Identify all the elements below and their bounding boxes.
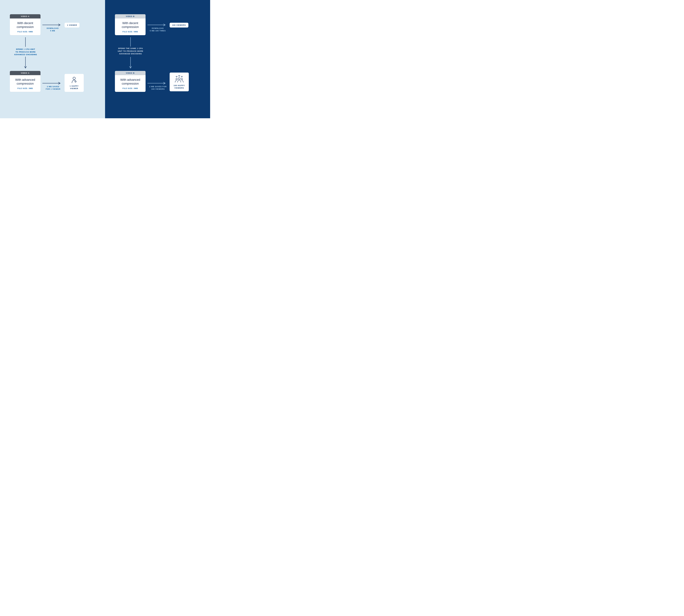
viewer-pill: 100 VIEWERS <box>169 23 188 27</box>
saved-label: 2 MB SAVEDFOR 1 VIEWER <box>44 85 63 90</box>
arrow-right-icon <box>42 82 62 85</box>
card-header: VIDEO B <box>115 14 145 19</box>
download-label: DOWNLOAD5 MB <box>45 27 60 32</box>
video-b-advanced-card: VIDEO B With advanced compression FILE S… <box>115 71 145 92</box>
download-label: DOWNLOAD5 MB 100 TIMES <box>147 27 168 32</box>
arrow-right-icon <box>42 24 62 26</box>
card-header: VIDEO A <box>10 71 41 75</box>
card-header: VIDEO B <box>115 71 145 75</box>
video-a-decent-card: VIDEO A With decent compression FILE SIZ… <box>10 14 41 35</box>
card-title: With advanced compression <box>13 78 38 85</box>
video-b-decent-card: VIDEO B With decent compression FILE SIZ… <box>115 14 145 35</box>
card-filesize: FILE SIZE: 5MB <box>118 31 142 33</box>
card-filesize: FILE SIZE: 3MB <box>13 87 38 89</box>
card-filesize: FILE SIZE: 5MB <box>13 31 38 33</box>
svg-point-9 <box>181 79 183 80</box>
left-panel: VIDEO A With decent compression FILE SIZ… <box>0 0 105 118</box>
card-header: VIDEO A <box>10 14 41 19</box>
happy-viewers-card: 100 HAPPYVIEWERS <box>169 72 189 91</box>
happy-viewer-card: 1 HAPPYVIEWER <box>65 74 84 92</box>
cpu-label: SPEND THE SAME 1 CPUUNIT TO PRODUCE MORE… <box>117 47 144 55</box>
happy-viewers-label: 100 HAPPYVIEWERS <box>174 85 185 89</box>
svg-point-7 <box>178 78 180 80</box>
card-title: With advanced compression <box>118 78 142 85</box>
card-title: With decent compression <box>118 21 142 29</box>
cpu-label-overlay: SPEND 1 CPU UNITTO PRODUCE MOREADVANCED … <box>14 48 37 56</box>
video-a-advanced-card: VIDEO A With advanced compression FILE S… <box>10 71 41 92</box>
svg-point-8 <box>176 79 178 80</box>
happy-viewer-label: 1 HAPPYVIEWER <box>70 85 78 90</box>
person-heart-icon <box>71 76 78 84</box>
people-hearts-icon <box>175 75 184 83</box>
right-panel: VIDEO B With decent compression FILE SIZ… <box>105 0 210 118</box>
arrow-right-icon <box>147 82 167 85</box>
card-filesize: FILE SIZE: 3MB <box>118 87 142 89</box>
arrow-right-icon <box>147 24 167 26</box>
viewer-pill: 1 VIEWER <box>65 23 79 27</box>
saved-label: 2 MB SAVED FOR100 VIEWERS <box>148 85 168 90</box>
card-title: With decent compression <box>13 21 38 29</box>
svg-point-3 <box>73 77 75 80</box>
